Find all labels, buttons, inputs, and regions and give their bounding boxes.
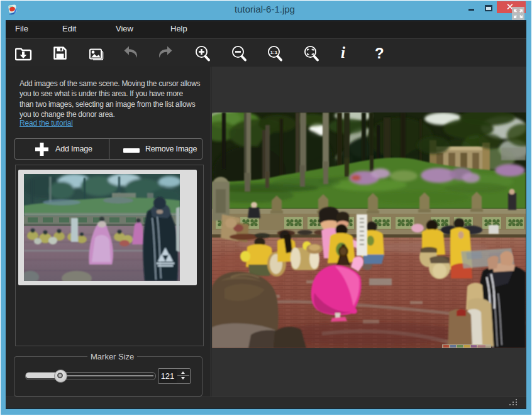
svg-text:1:1: 1:1 (270, 50, 278, 55)
